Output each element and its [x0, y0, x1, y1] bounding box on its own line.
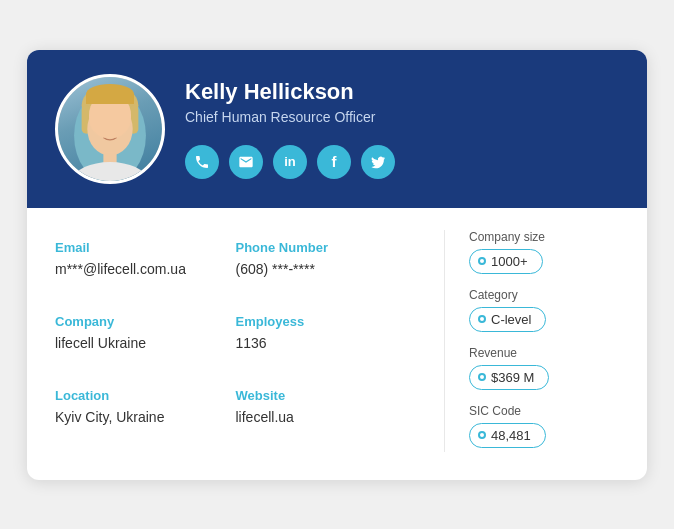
- avatar-image: [58, 74, 162, 184]
- revenue-label: Revenue: [469, 346, 619, 360]
- avatar: [55, 74, 165, 184]
- revenue-block: Revenue $369 M: [469, 346, 619, 390]
- sic-dot: [478, 431, 486, 439]
- twitter-social-icon[interactable]: [361, 145, 395, 179]
- facebook-social-icon[interactable]: f: [317, 145, 351, 179]
- header-section: Kelly Hellickson Chief Human Resource Of…: [27, 50, 647, 208]
- category-label: Category: [469, 288, 619, 302]
- sic-label: SIC Code: [469, 404, 619, 418]
- company-size-value[interactable]: 1000+: [469, 249, 543, 274]
- email-social-icon[interactable]: [229, 145, 263, 179]
- website-label: Website: [236, 388, 417, 403]
- employees-label: Employess: [236, 314, 417, 329]
- company-size-block: Company size 1000+: [469, 230, 619, 274]
- sic-value[interactable]: 48,481: [469, 423, 546, 448]
- location-section: Location Kyiv City, Ukraine: [55, 378, 236, 452]
- phone-social-icon[interactable]: [185, 145, 219, 179]
- category-value[interactable]: C-level: [469, 307, 546, 332]
- company-value: lifecell Ukraine: [55, 335, 236, 351]
- phone-value: (608) ***-****: [236, 261, 417, 277]
- location-label: Location: [55, 388, 236, 403]
- profile-title: Chief Human Resource Officer: [185, 109, 395, 125]
- info-grid: Email m***@lifecell.com.ua Phone Number …: [55, 230, 440, 452]
- profile-name: Kelly Hellickson: [185, 79, 395, 105]
- company-size-dot: [478, 257, 486, 265]
- sic-block: SIC Code 48,481: [469, 404, 619, 448]
- svg-point-4: [87, 102, 132, 155]
- website-value: lifecell.ua: [236, 409, 417, 425]
- employees-section: Employess 1136: [236, 304, 417, 378]
- company-size-label: Company size: [469, 230, 619, 244]
- svg-point-1: [82, 84, 139, 126]
- social-icons-row: in f: [185, 145, 395, 179]
- location-value: Kyiv City, Ukraine: [55, 409, 236, 425]
- vertical-divider: [444, 230, 445, 452]
- linkedin-social-icon[interactable]: in: [273, 145, 307, 179]
- revenue-value[interactable]: $369 M: [469, 365, 549, 390]
- phone-label: Phone Number: [236, 240, 417, 255]
- email-label: Email: [55, 240, 236, 255]
- website-section: Website lifecell.ua: [236, 378, 417, 452]
- employees-value: 1136: [236, 335, 417, 351]
- email-value: m***@lifecell.com.ua: [55, 261, 236, 277]
- right-panel: Company size 1000+ Category C-level Reve…: [449, 230, 619, 452]
- revenue-dot: [478, 373, 486, 381]
- svg-point-7: [108, 129, 112, 134]
- category-dot: [478, 315, 486, 323]
- email-section: Email m***@lifecell.com.ua: [55, 230, 236, 304]
- header-info: Kelly Hellickson Chief Human Resource Of…: [185, 79, 395, 179]
- body-section: Email m***@lifecell.com.ua Phone Number …: [27, 208, 647, 480]
- phone-section: Phone Number (608) ***-****: [236, 230, 417, 304]
- profile-card: Kelly Hellickson Chief Human Resource Of…: [27, 50, 647, 480]
- svg-point-5: [98, 120, 104, 127]
- company-section: Company lifecell Ukraine: [55, 304, 236, 378]
- svg-point-6: [117, 120, 123, 127]
- company-label: Company: [55, 314, 236, 329]
- category-block: Category C-level: [469, 288, 619, 332]
